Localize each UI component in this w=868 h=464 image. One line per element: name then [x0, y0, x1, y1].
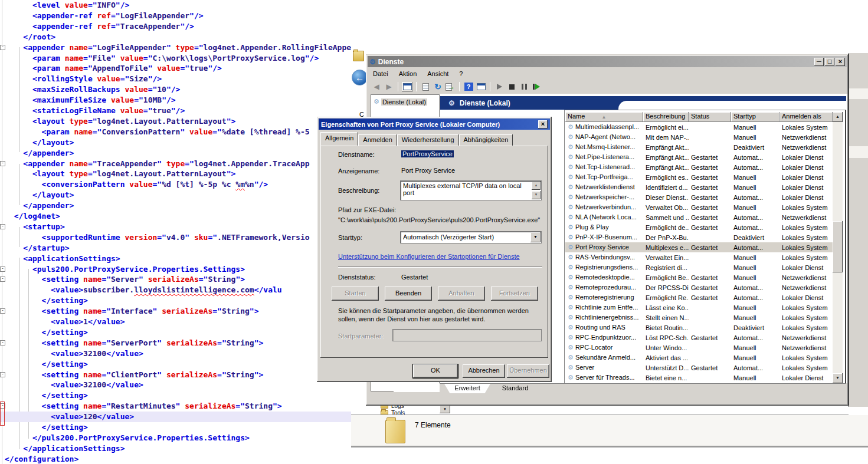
fold-collapse-icon[interactable]: -	[0, 372, 5, 377]
service-row[interactable]: ⚙Net.Tcp-Listenerad...Empfängt Akt...Ges…	[565, 162, 833, 172]
service-row[interactable]: ⚙Registrierungsdiens...Registriert di...…	[565, 262, 833, 272]
description-textbox[interactable]: Multiplexes external TCP/IP data on loca…	[400, 180, 542, 200]
pause-service-icon[interactable]	[519, 82, 529, 92]
service-gear-icon: ⚙	[568, 143, 574, 150]
service-row[interactable]: ⚙NetzwerklistendienstIdentifiziert d...G…	[565, 182, 833, 192]
dialog-tab-abhängigkeiten[interactable]: Abhängigkeiten	[459, 134, 513, 146]
service-row[interactable]: ⚙Net.Tcp-Portfreiga...Ermöglicht es...Ge…	[565, 172, 833, 182]
services-scrollbar[interactable]: ▲ ▼	[833, 112, 843, 383]
ok-button[interactable]: OK	[413, 364, 458, 378]
explorer-statusbar: 7 Elemente	[351, 415, 868, 446]
toolbar-separator	[459, 82, 460, 91]
scroll-down-button[interactable]: ▼	[833, 373, 843, 383]
extended-view-icon[interactable]	[476, 82, 486, 92]
service-row[interactable]: ⚙Net.Pipe-Listenera...Empfängt Akt...Ges…	[565, 152, 833, 162]
column-header-starttyp[interactable]: Starttyp	[731, 112, 779, 122]
fold-collapse-icon[interactable]: -	[0, 340, 5, 345]
service-name-value[interactable]: PortProxyService	[401, 150, 454, 157]
services-titlebar[interactable]: ⚙ Dienste ─ □ ×	[368, 56, 847, 67]
explorer-back-button[interactable]: ←	[352, 70, 368, 85]
service-row[interactable]: ⚙NAP-Agent (Netwo...Mit dem NAP-...Manue…	[565, 132, 833, 142]
combo-dropdown-icon[interactable]: ▼	[530, 232, 541, 242]
tab-erweitert[interactable]: Erweitert	[444, 384, 490, 393]
apply-button[interactable]: Übernehmen	[507, 364, 549, 378]
menu-item-aktion[interactable]: Aktion	[394, 69, 422, 78]
dialog-tab-allgemein[interactable]: Allgemein	[320, 132, 358, 146]
restart-service-icon[interactable]	[531, 82, 542, 92]
stop-service-icon[interactable]	[506, 82, 517, 92]
dialog-tab-wiederherstellung[interactable]: Wiederherstellung	[397, 134, 459, 146]
service-row[interactable]: ⚙PnP-X-IP-Busenum...Der PnP-X-Bu...Deakt…	[565, 232, 833, 242]
service-row[interactable]: ⚙Server für Threads...Bietet eine n...Ma…	[565, 373, 833, 383]
forward-icon[interactable]: ▶	[384, 82, 394, 92]
menu-item-ansicht[interactable]: Ansicht	[422, 69, 454, 78]
service-row[interactable]: ⚙Plug & PlayErmöglicht de...GestartetAut…	[565, 222, 833, 232]
maximize-button[interactable]: □	[825, 58, 834, 66]
service-gear-icon: ⚙	[568, 223, 574, 231]
column-header-name[interactable]: Name ▲	[565, 112, 643, 122]
scroll-down-icon[interactable]: ▼	[532, 191, 541, 199]
service-row[interactable]: ⚙Netzwerkverbindun...Verwaltet Ob...Gest…	[565, 202, 833, 212]
service-gear-icon: ⚙	[568, 344, 574, 351]
menu-item-datei[interactable]: Datei	[368, 69, 394, 78]
column-header-beschreibung[interactable]: Beschreibung	[643, 112, 689, 122]
tree-item-dienste-lokal[interactable]: ⚙ Dienste (Lokal)	[372, 97, 428, 106]
column-header-status[interactable]: Status	[689, 112, 731, 122]
menu-item-help[interactable]: ?	[454, 69, 468, 78]
explorer-file-item[interactable]: Tools	[381, 409, 405, 414]
refresh-icon[interactable]: ↻	[433, 82, 443, 92]
service-cell: Sammelt und ...	[643, 214, 689, 221]
start-button[interactable]: Starten	[332, 287, 379, 301]
service-row[interactable]: ⚙Netzwerkspeicher-...Dieser Dienst...Ges…	[565, 192, 833, 202]
service-row[interactable]: ⚙Remoteprozedurau...Der RPCSS-Di...Gesta…	[565, 282, 833, 292]
column-header-anmelden-als[interactable]: Anmelden als	[779, 112, 833, 122]
starttype-combobox[interactable]: Automatisch (Verzögerter Start) ▼	[400, 231, 542, 243]
service-row[interactable]: ⚙RPC-LocatorUnter Windo...ManuellNetzwer…	[565, 343, 833, 353]
xml-code-editor[interactable]: <level value="INFO"/> <appender-ref ref=…	[0, 0, 351, 464]
display-name-value[interactable]: Port Proxy Service	[401, 167, 455, 174]
scroll-up-icon[interactable]: ▲	[532, 182, 541, 190]
service-row[interactable]: ⚙RPC-Endpunktzuor...Löst RPC-Sch...Gesta…	[565, 333, 833, 343]
service-row[interactable]: ⚙Richtlinienergebniss...Stellt einen N..…	[565, 312, 833, 323]
resume-button[interactable]: Fortsetzen	[491, 287, 538, 301]
close-button[interactable]: ×	[836, 58, 845, 66]
back-icon[interactable]: ◀	[371, 82, 382, 92]
properties-icon[interactable]	[420, 82, 431, 92]
show-console-tree-icon[interactable]	[402, 82, 412, 92]
fold-collapse-icon[interactable]: -	[0, 266, 5, 272]
service-row[interactable]: ⚙Net.Msmq-Listener...Empfängt Akt...Deak…	[565, 142, 833, 152]
stop-button[interactable]: Beenden	[385, 287, 432, 301]
service-row[interactable]: ⚙NLA (Network Loca...Sammelt und ...Gest…	[565, 212, 833, 222]
minimize-button[interactable]: ─	[814, 58, 824, 66]
service-row[interactable]: ⚙RAS-Verbindungsv...Verwaltet Ein...Manu…	[565, 252, 833, 262]
fold-collapse-icon[interactable]: -	[0, 224, 5, 229]
pause-button[interactable]: Anhalten	[438, 287, 485, 301]
service-row[interactable]: ⚙RemoteregistrierungErmöglicht Re...Gest…	[565, 292, 833, 302]
scroll-up-button[interactable]: ▲	[833, 112, 843, 122]
starttype-value: Automatisch (Verzögerter Start)	[403, 233, 494, 241]
dialog-titlebar[interactable]: Eigenschaften von Port Proxy Service (Lo…	[319, 119, 550, 130]
service-row[interactable]: ⚙Remotedesktopdie...Ermöglicht Be...Gest…	[565, 272, 833, 282]
startparam-input[interactable]	[392, 329, 542, 341]
service-row[interactable]: ⚙Port Proxy ServiceMultiplexes e...Gesta…	[565, 242, 833, 252]
service-row[interactable]: ⚙Richtlinie zum Entfe...Lässt eine Ko...…	[565, 302, 833, 312]
fold-collapse-icon[interactable]: -	[0, 308, 5, 314]
code-line: </appender>	[5, 148, 351, 159]
service-row[interactable]: ⚙Routing und RASBietet Routin...Deaktivi…	[565, 323, 833, 333]
export-list-icon[interactable]: →	[445, 82, 456, 92]
dialog-close-icon[interactable]: ×	[538, 120, 548, 129]
service-row[interactable]: ⚙Multimediaklassenpl...Ermöglicht ei...M…	[565, 122, 833, 132]
fold-collapse-icon[interactable]: -	[0, 161, 5, 166]
fold-collapse-icon[interactable]: -	[0, 45, 5, 50]
tab-standard[interactable]: Standard	[493, 384, 538, 393]
cancel-button[interactable]: Abbrechen	[463, 364, 505, 378]
fold-collapse-icon[interactable]: -	[0, 277, 5, 282]
service-row[interactable]: ⚙ServerUnterstützt D...GestartetAutomat.…	[565, 363, 833, 373]
start-service-icon[interactable]	[494, 82, 505, 92]
startup-options-help-link[interactable]: Unterstützung beim Konfigurieren der Sta…	[338, 253, 520, 260]
dropdown-button[interactable]: ▼	[440, 406, 450, 413]
help-icon[interactable]: ?	[463, 82, 474, 92]
dialog-tab-anmelden[interactable]: Anmelden	[358, 134, 397, 146]
service-row[interactable]: ⚙Sekundäre Anmeld...Aktiviert das ...Man…	[565, 353, 833, 363]
scrollbar-thumb[interactable]	[833, 221, 843, 272]
